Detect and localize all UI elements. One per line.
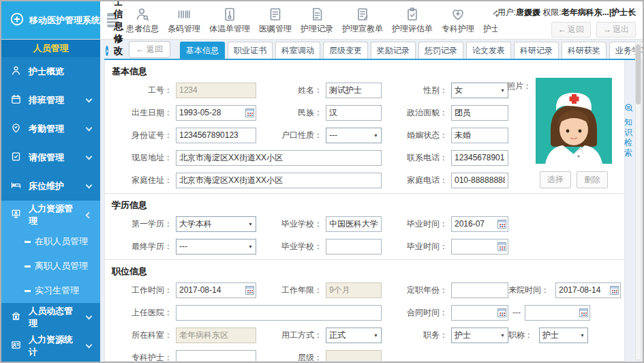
appoint-label: 定职年份： xyxy=(391,285,451,296)
name-field[interactable] xyxy=(326,83,382,98)
tab-research[interactable]: 科研记录 xyxy=(514,42,559,59)
section-title: 学历信息 xyxy=(105,194,624,216)
user-name: 唐媛媛 xyxy=(516,8,540,17)
id-field[interactable] xyxy=(176,128,256,143)
school1-field[interactable] xyxy=(326,216,382,232)
sidebar-item-staff-dynamics[interactable]: 人员动态管理 xyxy=(1,303,100,332)
level-label: 层级： xyxy=(266,352,326,362)
household-select[interactable]: ---▼ xyxy=(326,128,382,143)
family-addr-field[interactable] xyxy=(176,173,382,188)
tab-dept-transfer[interactable]: 科室调动 xyxy=(275,42,320,59)
nurse-person-icon xyxy=(10,65,22,78)
emp-no-field[interactable] xyxy=(176,83,256,98)
sidebar-item-hr-statistics[interactable]: 人力资源统计 xyxy=(1,332,100,360)
emp-no-label: 工号： xyxy=(110,85,176,96)
sidebar-item-hr-management[interactable]: 人力资源管理 xyxy=(1,201,100,229)
page-title: 测试护士信息修改 xyxy=(114,0,123,57)
tab-basic-info[interactable]: 基本信息 xyxy=(180,42,225,59)
sidebar-subitem-interns[interactable]: 实习生管理 xyxy=(1,278,100,303)
work-date-field[interactable] xyxy=(176,282,256,298)
calendar-picker-icon[interactable] xyxy=(610,286,619,295)
back-arrow-icon: ← xyxy=(558,25,566,34)
specialist-field[interactable] xyxy=(176,350,256,362)
header-back-button[interactable]: ←返回 xyxy=(551,22,591,38)
toolbar-item-specialty-care[interactable]: 专科护理 xyxy=(442,6,474,35)
toolbar-item-education-sheet[interactable]: 护理宣教单 xyxy=(342,6,383,35)
calendar-picker-icon[interactable] xyxy=(245,108,254,117)
address-field[interactable] xyxy=(176,150,382,166)
grad1-label: 毕业时间： xyxy=(391,218,451,230)
chevron-down-icon xyxy=(86,125,93,132)
logout-button[interactable]: →退出 xyxy=(596,22,636,38)
school2-field[interactable] xyxy=(326,239,382,255)
appoint-field[interactable] xyxy=(451,282,508,298)
dash-icon xyxy=(25,290,31,292)
tab-bar: 基本信息 职业证书 科室调动 层级变更 奖励记录 惩罚记录 论文发表 科研记录 … xyxy=(180,42,644,59)
scrollbar-thumb[interactable] xyxy=(636,44,641,104)
toolbar-item-temperature-sheet[interactable]: 体温单管理 xyxy=(209,6,250,35)
years-label: 工作年限： xyxy=(266,285,326,296)
toolbar-item-label: 体温单管理 xyxy=(209,23,250,35)
photo-select-button[interactable]: 选择 xyxy=(540,171,571,188)
toolbar-item-barcode[interactable]: 条码管理 xyxy=(168,6,200,35)
marital-field[interactable] xyxy=(451,128,508,143)
dept-field[interactable] xyxy=(176,328,256,343)
tab-level-change[interactable]: 层级变更 xyxy=(323,42,368,59)
ethnic-label: 民族： xyxy=(266,107,326,119)
level-field[interactable] xyxy=(326,350,382,362)
prev-hosp-field[interactable] xyxy=(176,305,382,321)
toolbar-item-handover[interactable]: 护士交班 xyxy=(483,6,497,35)
toolbar-item-label: 护理宣教单 xyxy=(342,23,383,35)
tab-research-awards[interactable]: 科研获奖 xyxy=(562,42,607,59)
sidebar-subitem-active-staff[interactable]: 在职人员管理 xyxy=(1,229,100,254)
top-bar: 移动医护管理系统 患者信息 条码管理 体温单管理 医嘱管理 护理记录 xyxy=(1,1,643,40)
sidebar-item-label: 排班管理 xyxy=(29,94,64,106)
sidebar-item-attendance[interactable]: 考勤管理 xyxy=(1,115,100,143)
back-arrow-icon: ← xyxy=(136,44,147,54)
employ-select[interactable]: 正式▼ xyxy=(326,328,382,343)
first-degree-select[interactable]: 大学本科▼ xyxy=(176,216,256,232)
phone-field[interactable] xyxy=(451,150,508,166)
title-select[interactable]: 护士▼ xyxy=(539,328,588,343)
photo-delete-button[interactable]: 删除 xyxy=(577,171,608,188)
sidebar-subitem-resigned-staff[interactable]: 离职人员管理 xyxy=(1,254,100,278)
tab-awards[interactable]: 奖励记录 xyxy=(371,42,416,59)
gender-select[interactable]: 女▼ xyxy=(451,83,508,98)
page-back-button[interactable]: ← 返回 xyxy=(129,41,170,58)
user-permission: 老年病科东...|护士长 xyxy=(562,8,636,17)
sidebar-item-nurse-overview[interactable]: 护士概览 xyxy=(1,57,100,86)
employ-label: 用工方式： xyxy=(266,330,326,341)
sidebar-item-beds[interactable]: 床位维护 xyxy=(1,172,100,201)
family-phone-field[interactable] xyxy=(451,173,508,188)
sidebar-header: 人员管理 xyxy=(1,40,100,57)
tab-certificates[interactable]: 职业证书 xyxy=(228,42,273,59)
final-degree-select[interactable]: ---▼ xyxy=(176,239,256,255)
calendar-picker-icon[interactable] xyxy=(579,308,588,317)
sidebar-item-schedule[interactable]: 排班管理 xyxy=(1,86,100,115)
chevron-down-icon xyxy=(86,154,93,160)
calendar-picker-icon[interactable] xyxy=(497,220,506,229)
tab-papers[interactable]: 论文发表 xyxy=(466,42,511,59)
arrive-label: 来院时间： xyxy=(508,285,553,296)
work-date-label: 工作时间： xyxy=(110,285,176,296)
birth-date-field[interactable] xyxy=(176,105,256,121)
calendar-picker-icon[interactable] xyxy=(497,308,506,317)
duty-select[interactable]: 护士▼ xyxy=(451,328,508,343)
vertical-scrollbar[interactable] xyxy=(635,41,641,360)
toolbar-item-nursing-record[interactable]: 护理记录 xyxy=(301,6,333,35)
toolbar-item-patient-info[interactable]: 患者信息 xyxy=(126,6,159,35)
photo-area: 照片： xyxy=(507,78,612,188)
address-label: 现居地址： xyxy=(110,152,176,164)
tab-penalties[interactable]: 惩罚记录 xyxy=(418,42,463,59)
ethnic-field[interactable] xyxy=(326,105,382,121)
sidebar-item-leave[interactable]: 请假管理 xyxy=(1,143,100,172)
toolbar-item-assessment-sheet[interactable]: 护理评估单 xyxy=(392,6,433,35)
political-field[interactable] xyxy=(451,105,508,121)
toolbar-item-orders[interactable]: 医嘱管理 xyxy=(259,6,292,35)
phone-label: 联系电话： xyxy=(391,152,451,164)
years-field[interactable] xyxy=(326,282,382,298)
calendar-picker-icon[interactable] xyxy=(245,286,254,295)
calendar-picker-icon[interactable] xyxy=(497,242,506,251)
knowledge-search-tab[interactable]: 知识检索 xyxy=(624,102,634,158)
form-panel: 基本信息 工号： 姓名： 性别： 女▼ 出生日期： 民族： 政治面貌： 身份证号… xyxy=(104,60,625,362)
